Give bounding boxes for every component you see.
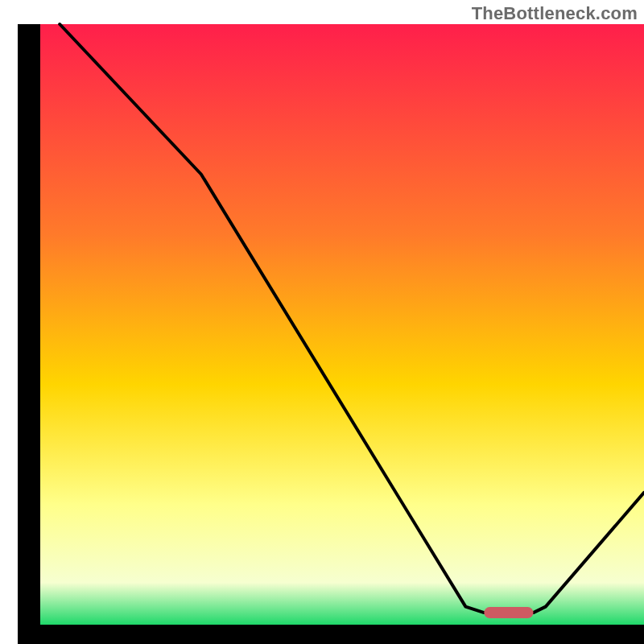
bottleneck-chart <box>0 0 644 644</box>
optimal-range-marker <box>484 607 533 618</box>
gradient-background <box>29 24 644 625</box>
left-margin <box>0 0 18 644</box>
watermark-text: TheBottleneck.com <box>472 3 638 24</box>
chart-container: TheBottleneck.com <box>0 0 644 644</box>
